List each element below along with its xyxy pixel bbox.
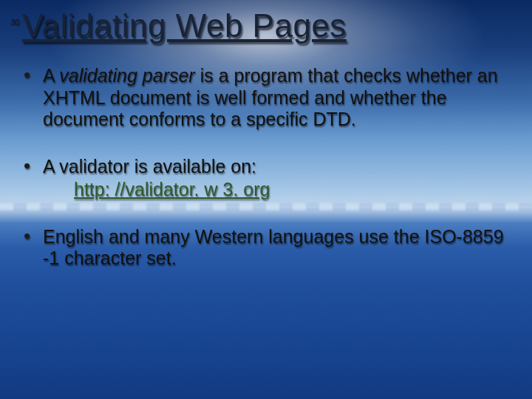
bullet-item: A validator is available on: http: //val… <box>24 156 505 201</box>
bullet-item: A validating parser is a program that ch… <box>24 65 505 131</box>
validator-link[interactable]: http: //validator. w 3. org <box>74 179 270 200</box>
slide-title: Validating Web Pages <box>16 7 511 44</box>
bullet-text-lead: A <box>43 65 59 86</box>
slide: 30 Validating Web Pages A validating par… <box>0 0 532 399</box>
bullet-list: A validating parser is a program that ch… <box>16 65 511 270</box>
link-line: http: //validator. w 3. org <box>43 179 505 201</box>
slide-content: 30 Validating Web Pages A validating par… <box>0 0 532 270</box>
bullet-item: English and many Western languages use t… <box>24 226 505 270</box>
bullet-text: A validator is available on: <box>43 156 256 177</box>
bullet-text: English and many Western languages use t… <box>43 226 504 269</box>
page-number: 30 <box>10 18 19 27</box>
bullet-text-emphasis: validating parser <box>59 65 194 86</box>
